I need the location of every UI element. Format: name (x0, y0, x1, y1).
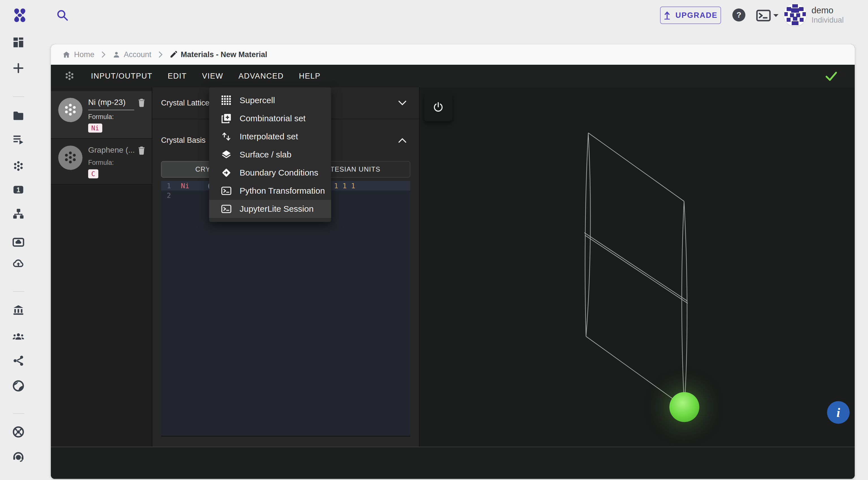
sidebar-divider (13, 96, 24, 97)
material-item-graphene[interactable]: Graphene (... Formula: C (51, 139, 152, 185)
menu-item-jupyterlite-session[interactable]: JupyterLite Session (209, 200, 331, 218)
page-title: Materials - New Material (181, 50, 267, 59)
material-name-field[interactable]: Graphene (... (88, 146, 134, 155)
menu-item-boundary-conditions[interactable]: Boundary Conditions (209, 164, 331, 182)
terminal-icon (221, 204, 232, 214)
sidebar-item-projects[interactable] (12, 110, 25, 122)
add-icon (12, 62, 25, 74)
swap-vertical-icon (221, 131, 232, 142)
cloud-upload-icon (12, 257, 25, 270)
material-name-field[interactable]: Ni (mp-23) (88, 98, 134, 110)
info-icon: i (837, 405, 840, 420)
svg-text:1: 1 (17, 186, 20, 193)
organization-icon (12, 304, 25, 317)
sidebar-divider (13, 291, 24, 292)
ni-atom-sphere[interactable] (670, 392, 699, 422)
folder-icon (12, 110, 25, 122)
3d-viewer[interactable]: i (420, 87, 855, 447)
sidebar-item-materials[interactable] (12, 160, 25, 173)
supercell-grid-icon (221, 95, 232, 106)
menu-item-combinatorial-set[interactable]: Combinatorial set (209, 110, 331, 127)
app-sidebar: 1 (0, 0, 37, 480)
delete-material-button[interactable] (137, 146, 146, 156)
advanced-dropdown-menu: Supercell Combinatorial set Interpolated… (209, 87, 331, 222)
menu-item-python-transformation[interactable]: Python Transformation (209, 182, 331, 200)
material-avatar-icon (58, 146, 83, 170)
sidebar-item-dashboard[interactable] (12, 36, 25, 49)
sidebar-item-jobs[interactable]: 1 (12, 183, 25, 196)
menu-edit[interactable]: EDIT (168, 72, 187, 81)
formula-chip: C (88, 169, 98, 178)
library-add-icon (221, 113, 232, 124)
user-name: demo (811, 5, 844, 16)
designer-menubar: INPUT/OUTPUT EDIT VIEW ADVANCED HELP (51, 65, 855, 87)
console-menu-button[interactable] (756, 9, 780, 22)
menu-input-output[interactable]: INPUT/OUTPUT (91, 72, 153, 81)
support-wheel-icon (12, 425, 25, 439)
jobs-one-icon: 1 (12, 183, 25, 196)
menu-view[interactable]: VIEW (202, 72, 223, 81)
menu-item-surface-slab[interactable]: Surface / slab (209, 146, 331, 164)
line-number: 1 (167, 182, 171, 190)
terminal-icon (221, 185, 232, 196)
section-label: Crystal Basis (161, 136, 206, 145)
designer-content: Ni (mp-23) Formula: Ni (51, 87, 855, 447)
unit-cell-wireframe (420, 87, 854, 447)
menu-item-interpolated-set[interactable]: Interpolated set (209, 127, 331, 146)
material-item-ni[interactable]: Ni (mp-23) Formula: Ni (51, 91, 152, 139)
breadcrumb: Home Account Materials - New Material (51, 44, 855, 65)
sidebar-divider (13, 413, 24, 414)
sidebar-item-share[interactable] (12, 354, 25, 367)
upgrade-label: UPGRADE (675, 11, 717, 20)
chevron-down-icon[interactable] (398, 100, 407, 107)
breadcrumb-account[interactable]: Account (113, 50, 151, 59)
directions-icon (221, 167, 232, 178)
workflow-tree-icon (12, 207, 25, 220)
material-avatar-icon (58, 98, 83, 122)
menu-advanced[interactable]: ADVANCED (239, 72, 284, 81)
bottom-bar (51, 447, 855, 479)
green-check-icon[interactable] (823, 69, 839, 83)
avatar-identicon (784, 4, 806, 26)
trash-icon (137, 146, 146, 155)
chevron-up-icon[interactable] (398, 137, 407, 144)
breadcrumb-current: Materials - New Material (169, 50, 267, 59)
layers-icon (221, 149, 232, 160)
caret-down-icon (773, 14, 779, 17)
sidebar-item-support[interactable] (12, 425, 25, 439)
sidebar-item-organization[interactable] (12, 304, 25, 317)
media-frame-icon (12, 236, 25, 249)
section-label: Crystal Lattice (161, 99, 209, 108)
sidebar-item-team[interactable] (12, 330, 25, 343)
sidebar-item-media[interactable] (12, 236, 25, 249)
viewer-info-button[interactable]: i (827, 401, 849, 424)
search-button[interactable] (55, 8, 69, 22)
sidebar-item-create[interactable] (12, 62, 25, 74)
help-icon: ? (736, 10, 741, 20)
upload-icon (663, 11, 671, 20)
account-menu[interactable]: demo Individual (784, 4, 844, 26)
formula-label: Formula: (88, 113, 146, 121)
upgrade-button[interactable]: UPGRADE (660, 6, 721, 24)
web-globe-icon (12, 379, 25, 392)
materials-atoms-icon (12, 160, 25, 173)
sidebar-item-contact-support[interactable] (12, 451, 25, 463)
chevron-right-icon (158, 51, 163, 58)
sidebar-item-web[interactable] (12, 379, 25, 392)
menu-help[interactable]: HELP (299, 72, 321, 81)
element-token: Ni (181, 182, 189, 190)
menu-item-supercell[interactable]: Supercell (209, 91, 331, 110)
people-icon (12, 330, 25, 343)
materials-designer-app: UPGRADE ? (0, 0, 868, 480)
help-button[interactable]: ? (733, 8, 745, 22)
terminal-icon (756, 9, 771, 22)
chevron-right-icon (101, 51, 106, 58)
sidebar-item-workflow-designer[interactable] (12, 207, 25, 220)
share-icon (12, 354, 25, 367)
delete-material-button[interactable] (137, 98, 146, 108)
breadcrumb-home[interactable]: Home (62, 50, 94, 59)
playlist-run-icon (12, 133, 25, 146)
contact-support-icon (12, 451, 25, 463)
sidebar-item-workflows[interactable] (12, 133, 25, 146)
sidebar-item-cloud-upload[interactable] (12, 257, 25, 270)
